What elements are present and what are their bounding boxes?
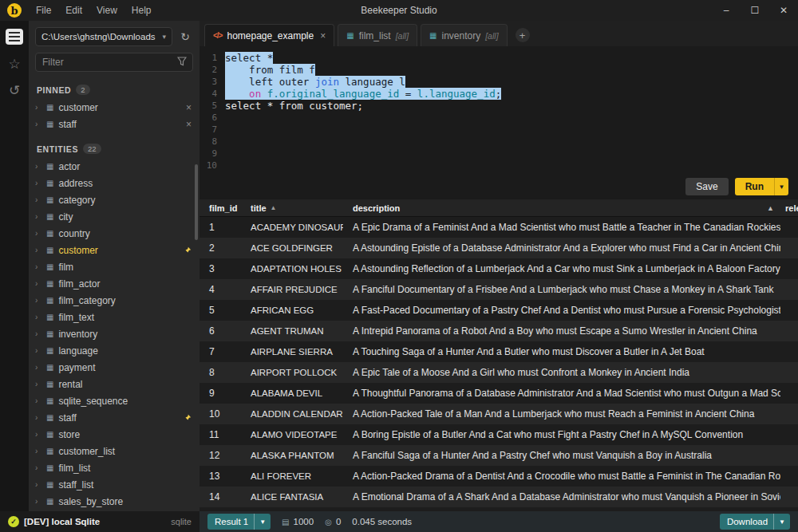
chevron-right-icon: ›	[35, 296, 41, 305]
run-options-caret-icon[interactable]: ▼	[774, 178, 788, 195]
entity-item-film_text[interactable]: ›▦film_text	[29, 309, 200, 325]
status-bar: ✓ [DEV] local Sqlite sqlite Result 1 ▼ ▤…	[0, 511, 798, 532]
save-button[interactable]: Save	[685, 178, 728, 195]
table-icon: ▦	[46, 329, 53, 338]
menu-help[interactable]: Help	[124, 5, 159, 16]
entity-item-sales_by_store[interactable]: ›▦sales_by_store	[29, 493, 200, 510]
entity-name: sqlite_sequence	[58, 396, 192, 407]
menu-bar: FileEditViewHelp	[29, 5, 159, 16]
table-icon: ▦	[46, 179, 53, 187]
beekeeper-logo-icon: b	[7, 3, 22, 18]
code-text: from film f	[225, 64, 315, 76]
entity-item-staff[interactable]: ›▦staff	[29, 409, 200, 426]
cell-film-id: 3	[200, 263, 241, 274]
dialect-label: sqlite	[171, 517, 192, 526]
pin-icon[interactable]	[184, 246, 192, 254]
close-button[interactable]: ✕	[769, 0, 798, 21]
cell-description: A Action-Packed Tale of a Man And a Lumb…	[343, 408, 780, 420]
entity-item-film[interactable]: ›▦film	[29, 258, 200, 275]
pinned-label: PINNED	[37, 85, 71, 95]
entity-name: sales_by_store	[58, 496, 192, 507]
pinned-item-customer[interactable]: ›▦customer×	[29, 99, 200, 116]
entity-item-customer_list[interactable]: ›▦customer_list	[29, 443, 200, 459]
entity-item-film_list[interactable]: ›▦film_list	[29, 459, 200, 476]
entities-section-header[interactable]: ENTITIES 22	[29, 137, 200, 158]
table-icon: ▦	[46, 103, 53, 112]
entity-item-language[interactable]: ›▦language	[29, 342, 200, 359]
run-button[interactable]: Run	[735, 178, 774, 195]
unpin-close-icon[interactable]: ×	[186, 119, 192, 130]
download-button[interactable]: Download ▼	[720, 514, 790, 530]
chevron-right-icon: ›	[35, 195, 41, 204]
tab-close-icon[interactable]: ×	[320, 30, 326, 41]
new-tab-button[interactable]: +	[516, 28, 530, 42]
chevron-right-icon: ›	[35, 396, 41, 405]
entity-item-category[interactable]: ›▦category	[29, 191, 200, 208]
entity-item-film_actor[interactable]: ›▦film_actor	[29, 275, 200, 292]
menu-edit[interactable]: Edit	[58, 5, 89, 16]
tab-inventory[interactable]: ▦inventory[all]	[421, 24, 508, 46]
entity-name: film_actor	[58, 278, 192, 290]
unpin-close-icon[interactable]: ×	[186, 102, 192, 113]
tab-suffix: [all]	[485, 31, 498, 41]
row-count-stat: ▤ 1000	[282, 517, 314, 526]
cell-description: A Fanciful Documentary of a Frisbee And …	[343, 284, 780, 295]
editor-line: 8	[200, 136, 798, 148]
pinned-item-staff[interactable]: ›▦staff×	[29, 116, 200, 132]
refresh-icon[interactable]: ↻	[177, 30, 193, 43]
entity-item-customer[interactable]: ›▦customer	[29, 242, 200, 258]
menu-view[interactable]: View	[89, 5, 124, 16]
entity-filter-input[interactable]	[35, 53, 193, 72]
chevron-right-icon: ›	[35, 103, 41, 112]
entity-item-address[interactable]: ›▦address	[29, 175, 200, 191]
column-header-description[interactable]: description▲	[343, 199, 780, 216]
entity-item-rental[interactable]: ›▦rental	[29, 376, 200, 392]
entity-item-film_category[interactable]: ›▦film_category	[29, 292, 200, 309]
chevron-down-icon: ▼	[254, 514, 271, 530]
code-text: left outer join language l	[225, 76, 405, 88]
entity-item-store[interactable]: ›▦store	[29, 426, 200, 443]
result-selector-button[interactable]: Result 1 ▼	[207, 514, 271, 530]
entity-item-inventory[interactable]: ›▦inventory	[29, 325, 200, 342]
maximize-button[interactable]: ☐	[741, 0, 769, 21]
entity-item-sqlite_sequence[interactable]: ›▦sqlite_sequence	[29, 392, 200, 409]
tab-label: homepage_example	[227, 30, 314, 41]
tab-homepage_example[interactable]: </>homepage_example×	[204, 24, 334, 46]
entity-name: country	[58, 228, 192, 239]
entity-item-country[interactable]: ›▦country	[29, 225, 200, 242]
cell-title: ADAPTATION HOLES	[241, 264, 343, 274]
connected-check-icon: ✓	[8, 516, 19, 527]
window-controls: – ☐ ✕	[712, 0, 798, 21]
rows-icon: ▤	[282, 518, 289, 526]
sidebar-scrollbar[interactable]	[195, 164, 198, 240]
cell-film-id: 14	[200, 491, 241, 502]
entity-item-city[interactable]: ›▦city	[29, 208, 200, 225]
chevron-right-icon: ›	[35, 179, 41, 187]
tab-bar: </>homepage_example×▦film_list[all]▦inve…	[200, 21, 798, 46]
icon-rail: ☆ ↺	[0, 21, 29, 511]
entity-item-actor[interactable]: ›▦actor	[29, 158, 200, 175]
column-label: film_id	[209, 203, 237, 213]
column-header-film_id[interactable]: film_id	[200, 199, 241, 216]
history-icon[interactable]: ↺	[9, 84, 20, 97]
entity-item-payment[interactable]: ›▦payment	[29, 359, 200, 376]
tab-film_list[interactable]: ▦film_list[all]	[338, 24, 417, 46]
sql-editor[interactable]: 1select *2 from film f3 left outer join …	[200, 46, 798, 174]
minimize-button[interactable]: –	[712, 0, 741, 21]
entity-item-staff_list[interactable]: ›▦staff_list	[29, 476, 200, 493]
connection-status[interactable]: ✓ [DEV] local Sqlite sqlite	[0, 511, 200, 532]
table-icon: ▦	[46, 229, 53, 238]
pinned-section-header[interactable]: PINNED 2	[29, 78, 200, 99]
entity-name: film_list	[58, 463, 192, 474]
pin-icon[interactable]	[184, 414, 192, 422]
column-label: title	[251, 203, 267, 213]
tables-panel-icon[interactable]	[6, 29, 23, 45]
database-selector[interactable]: C:\Users\ghstng\Downloads ▾	[35, 27, 172, 46]
table-icon: ▦	[46, 120, 53, 128]
scroll-top-icon[interactable]: ▲	[767, 204, 780, 212]
favorites-icon[interactable]: ☆	[8, 57, 20, 71]
column-header-title[interactable]: title▲	[241, 199, 343, 216]
column-header-release_year[interactable]: release_year	[780, 199, 798, 216]
menu-file[interactable]: File	[29, 5, 58, 16]
app-window: b FileEditViewHelp Beekeeper Studio – ☐ …	[0, 0, 798, 532]
